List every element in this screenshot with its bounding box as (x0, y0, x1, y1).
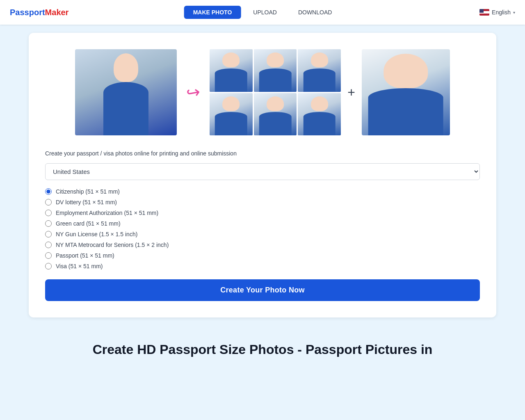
make-photo-nav-button[interactable]: MAKE PHOTO (184, 6, 241, 19)
header: Passport Maker MAKE PHOTO UPLOAD DOWNLOA… (0, 0, 525, 25)
radio-item-dv_lottery[interactable]: DV lottery (51 × 51 mm) (45, 199, 480, 205)
person-head (114, 53, 138, 82)
radio-label-citizenship: Citizenship (51 × 51 mm) (56, 188, 120, 195)
radio-item-ny_mta[interactable]: NY MTA Metrocard for Seniors (1.5 × 2 in… (45, 242, 480, 248)
radio-label-visa: Visa (51 × 51 mm) (56, 263, 103, 269)
bottom-heading-text: Create HD Passport Size Photos - Passpor… (29, 342, 496, 357)
main-wrapper: ↪ (0, 25, 525, 326)
radio-label-employment: Employment Authorization (51 × 51 mm) (56, 210, 158, 216)
plus-icon: + (347, 85, 355, 100)
radio-input-ny_mta[interactable] (45, 242, 52, 248)
logo: Passport Maker (10, 8, 68, 17)
radio-label-ny_gun: NY Gun License (1.5 × 1.5 inch) (56, 231, 137, 237)
grid-photo-5 (254, 93, 297, 136)
radio-item-passport[interactable]: Passport (51 × 51 mm) (45, 252, 480, 259)
original-photo (75, 49, 177, 135)
radio-label-dv_lottery: DV lottery (51 × 51 mm) (56, 199, 117, 205)
person-silhouette (99, 53, 153, 135)
person-body (103, 82, 148, 135)
photo-grid (210, 49, 341, 135)
grid-photo-2 (254, 49, 297, 92)
radio-label-passport: Passport (51 × 51 mm) (56, 252, 114, 259)
download-nav-button[interactable]: DOWNLOAD (289, 6, 341, 19)
photo-demo: ↪ (45, 49, 480, 135)
grid-photo-6 (298, 93, 341, 136)
language-selector[interactable]: English ▾ (479, 9, 515, 16)
arrow-area: ↪ (177, 83, 210, 102)
curved-arrow-icon: ↪ (185, 82, 201, 103)
form-section: Create your passport / visa photos onlin… (45, 150, 480, 301)
radio-item-employment[interactable]: Employment Authorization (51 × 51 mm) (45, 210, 480, 216)
country-select[interactable]: United StatesUnited KingdomCanadaAustral… (45, 163, 480, 180)
radio-input-employment[interactable] (45, 210, 52, 216)
grid-photo-3 (298, 49, 341, 92)
radio-item-citizenship[interactable]: Citizenship (51 × 51 mm) (45, 188, 480, 195)
radio-input-citizenship[interactable] (45, 188, 52, 195)
radio-item-green_card[interactable]: Green card (51 × 51 mm) (45, 220, 480, 227)
main-card: ↪ (29, 33, 496, 317)
radio-input-ny_gun[interactable] (45, 231, 52, 237)
chevron-down-icon: ▾ (513, 10, 515, 15)
radio-label-green_card: Green card (51 × 51 mm) (56, 220, 121, 227)
radio-item-visa[interactable]: Visa (51 × 51 mm) (45, 263, 480, 269)
logo-maker: Maker (45, 8, 69, 17)
photo-type-options: Citizenship (51 × 51 mm)DV lottery (51 ×… (45, 188, 480, 269)
radio-input-dv_lottery[interactable] (45, 199, 52, 205)
radio-input-visa[interactable] (45, 263, 52, 269)
single-photo (362, 49, 450, 135)
language-text: English (492, 9, 511, 16)
radio-input-passport[interactable] (45, 252, 52, 259)
grid-photo-1 (210, 49, 253, 92)
main-nav: MAKE PHOTO UPLOAD DOWNLOAD (184, 6, 341, 19)
grid-photo-4 (210, 93, 253, 136)
radio-input-green_card[interactable] (45, 220, 52, 227)
create-photo-button[interactable]: Create Your Photo Now (45, 279, 480, 301)
bottom-section: Create HD Passport Size Photos - Passpor… (0, 342, 525, 357)
form-subtitle: Create your passport / visa photos onlin… (45, 150, 480, 157)
radio-item-ny_gun[interactable]: NY Gun License (1.5 × 1.5 inch) (45, 231, 480, 237)
photo-grid-area: + (210, 49, 450, 135)
upload-nav-button[interactable]: UPLOAD (244, 6, 286, 19)
radio-label-ny_mta: NY MTA Metrocard for Seniors (1.5 × 2 in… (56, 242, 169, 248)
logo-passport: Passport (10, 8, 45, 17)
flag-icon (479, 9, 489, 16)
